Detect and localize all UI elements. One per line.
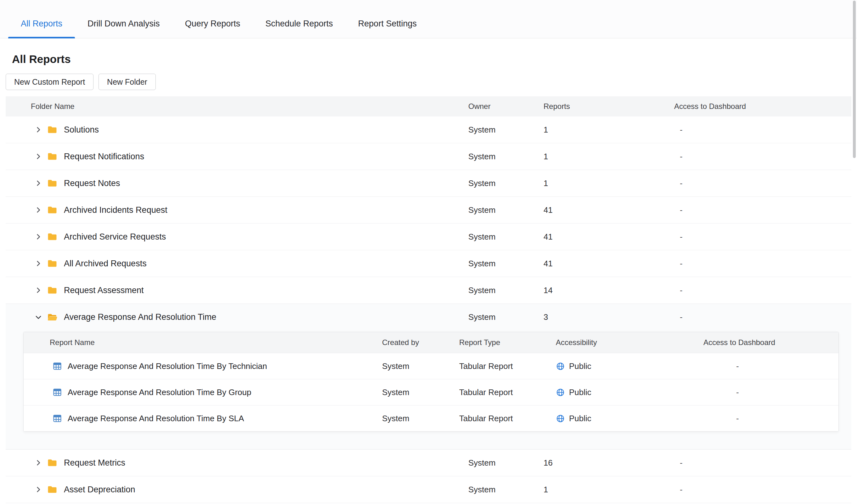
expand-chevron-icon[interactable]	[34, 485, 43, 493]
expand-chevron-icon[interactable]	[34, 152, 43, 161]
folder-name: Solutions	[64, 125, 99, 135]
tab-all-reports[interactable]: All Reports	[8, 0, 75, 38]
folder-row[interactable]: Request Assessment System 14 -	[6, 277, 851, 304]
report-access-to-dashboard: -	[703, 362, 838, 371]
expand-chevron-icon[interactable]	[34, 125, 43, 134]
tab-schedule-reports[interactable]: Schedule Reports	[253, 0, 346, 38]
new-folder-button[interactable]: New Folder	[99, 74, 156, 90]
report-row[interactable]: Average Response And Resolution Time By …	[23, 379, 838, 405]
folder-row[interactable]: Asset Depreciation System 1 -	[6, 476, 851, 503]
folder-access-to-dashboard: -	[674, 152, 851, 162]
folder-name: Request Notifications	[64, 152, 144, 162]
folder-access-to-dashboard: -	[674, 205, 851, 215]
folders-table: Folder Name Owner Reports Access to Dash…	[6, 96, 851, 503]
globe-icon	[556, 362, 565, 371]
folder-access-to-dashboard: -	[674, 232, 851, 242]
column-header-accessibility: Accessibility	[556, 338, 703, 347]
expand-chevron-icon[interactable]	[34, 206, 43, 214]
expand-chevron-icon[interactable]	[34, 459, 43, 467]
folder-icon	[47, 231, 57, 242]
column-header-report-type: Report Type	[459, 338, 556, 347]
report-access-to-dashboard: -	[703, 414, 838, 423]
folder-owner: System	[468, 205, 543, 215]
report-access-to-dashboard: -	[703, 388, 838, 397]
folder-name: All Archived Requests	[64, 259, 147, 269]
folder-report-count: 41	[543, 205, 674, 215]
report-type: Tabular Report	[459, 362, 556, 371]
tab-label: All Reports	[21, 19, 62, 29]
folder-access-to-dashboard: -	[674, 125, 851, 135]
column-header-access-to-dashboard: Access to Dashboard	[703, 338, 838, 347]
folder-icon	[47, 124, 57, 135]
column-header-created-by: Created by	[382, 338, 459, 347]
globe-icon	[556, 414, 565, 423]
folder-report-count: 16	[543, 458, 674, 468]
folder-report-count: 41	[543, 232, 674, 242]
folder-report-count: 14	[543, 286, 674, 295]
expand-chevron-icon[interactable]	[34, 179, 43, 187]
folder-owner: System	[468, 125, 543, 135]
folder-name: Asset Depreciation	[64, 485, 135, 494]
expand-chevron-icon[interactable]	[34, 233, 43, 241]
folder-icon	[47, 205, 57, 215]
tabular-report-icon	[53, 388, 62, 397]
folder-icon	[47, 178, 57, 188]
expand-chevron-icon[interactable]	[34, 259, 43, 268]
report-type: Tabular Report	[459, 414, 556, 423]
folder-row[interactable]: Archived Incidents Request System 41 -	[6, 197, 851, 223]
report-type: Tabular Report	[459, 388, 556, 397]
folder-access-to-dashboard: -	[674, 458, 851, 468]
globe-icon	[556, 388, 565, 397]
new-custom-report-button[interactable]: New Custom Report	[6, 74, 94, 90]
tab-report-settings[interactable]: Report Settings	[346, 0, 429, 38]
folder-access-to-dashboard: -	[674, 286, 851, 295]
tab-label: Drill Down Analysis	[87, 19, 160, 29]
folder-name: Request Metrics	[64, 458, 125, 468]
report-accessibility: Public	[569, 388, 591, 397]
folder-owner: System	[468, 286, 543, 295]
report-created-by: System	[382, 362, 459, 371]
collapse-chevron-icon[interactable]	[34, 313, 43, 321]
report-name: Average Response And Resolution Time By …	[68, 414, 244, 423]
report-row[interactable]: Average Response And Resolution Time By …	[23, 405, 838, 431]
folder-owner: System	[468, 232, 543, 242]
folder-access-to-dashboard: -	[674, 485, 851, 494]
folder-report-count: 41	[543, 259, 674, 269]
folder-access-to-dashboard: -	[674, 259, 851, 269]
open-folder-icon	[47, 312, 57, 323]
folder-report-count: 3	[543, 312, 674, 322]
folder-icon	[47, 457, 57, 468]
folder-row[interactable]: All Archived Requests System 41 -	[6, 250, 851, 277]
folder-row[interactable]: Request Notes System 1 -	[6, 170, 851, 197]
folder-report-count: 1	[543, 179, 674, 188]
folder-row[interactable]: Request Metrics System 16 -	[6, 450, 851, 476]
folder-name: Archived Service Requests	[64, 232, 166, 242]
folder-icon	[47, 484, 57, 495]
folder-access-to-dashboard: -	[674, 312, 851, 322]
column-header-folder-name: Folder Name	[6, 102, 468, 111]
folder-row[interactable]: Solutions System 1 -	[6, 116, 851, 143]
tab-drill-down-analysis[interactable]: Drill Down Analysis	[75, 0, 172, 38]
folder-owner: System	[468, 485, 543, 494]
folder-icon	[47, 258, 57, 269]
folder-row-expanded[interactable]: Average Response And Resolution Time Sys…	[6, 304, 851, 331]
reports-table-header: Report Name Created by Report Type Acces…	[23, 332, 838, 353]
report-row[interactable]: Average Response And Resolution Time By …	[23, 353, 838, 379]
folder-row[interactable]: Archived Service Requests System 41 -	[6, 223, 851, 250]
report-created-by: System	[382, 388, 459, 397]
folder-name: Request Assessment	[64, 286, 144, 295]
folder-owner: System	[468, 179, 543, 188]
toolbar: New Custom Report New Folder	[6, 74, 851, 90]
tabular-report-icon	[53, 362, 62, 371]
folder-owner: System	[468, 152, 543, 162]
tab-query-reports[interactable]: Query Reports	[172, 0, 253, 38]
column-header-access-to-dashboard: Access to Dashboard	[674, 102, 851, 111]
report-tabs: All Reports Drill Down Analysis Query Re…	[0, 0, 857, 38]
column-header-owner: Owner	[468, 102, 543, 111]
folder-owner: System	[468, 312, 543, 322]
report-accessibility: Public	[569, 414, 591, 423]
vertical-scrollbar[interactable]	[853, 1, 856, 158]
folder-row[interactable]: Request Notifications System 1 -	[6, 143, 851, 170]
expand-chevron-icon[interactable]	[34, 286, 43, 295]
folder-access-to-dashboard: -	[674, 179, 851, 188]
